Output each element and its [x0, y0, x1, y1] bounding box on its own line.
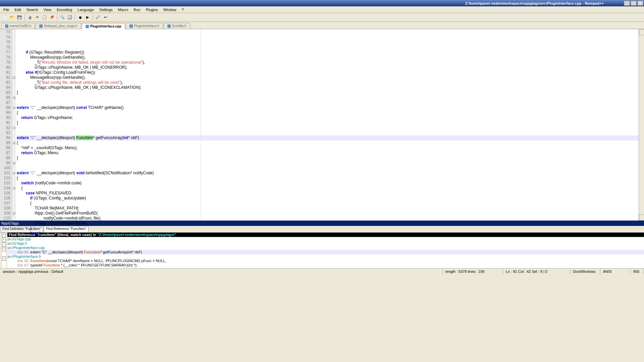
fold-toggle[interactable]: ⊟	[12, 161, 16, 166]
result-line[interactable]: line 72: extern "C" __declspec(dllexport…	[7, 267, 644, 268]
code-line[interactable]: }	[17, 156, 644, 161]
tree-toggle[interactable]: −	[2, 256, 6, 261]
result-file[interactable]: src/PluginInterface.cpp	[7, 246, 644, 250]
code-line[interactable]: case NPPN_FILESAVED:	[17, 191, 644, 196]
fold-toggle[interactable]: ⊟	[12, 186, 16, 191]
code-line[interactable]: if (GTags::ResultWin::Register())	[17, 50, 644, 55]
wrap-icon[interactable]: ↩	[102, 14, 109, 21]
maximize-button[interactable]: □	[631, 1, 637, 6]
menu-macro[interactable]: Macro	[115, 7, 131, 12]
code-line[interactable]: MessageBox(npp.GetHandle(),	[17, 55, 644, 60]
result-file[interactable]: src/GTags.cpp	[7, 237, 644, 241]
code-line[interactable]: else if(!GTags::Config.LoadFromFile())	[17, 70, 644, 75]
status-length: length : 5378 lines : 195	[443, 269, 503, 274]
menu-encoding[interactable]: Encoding	[54, 7, 75, 12]
cut-icon[interactable]: ✂	[34, 14, 41, 21]
menu-run[interactable]: Run	[131, 7, 143, 12]
fold-toggle[interactable]: ⊟	[12, 171, 16, 176]
paste-icon[interactable]: 📌	[49, 14, 55, 21]
open-file-icon[interactable]: 📂	[9, 14, 15, 21]
code-area[interactable]: if (GTags::ResultWin::Register()) Messag…	[16, 29, 644, 221]
code-line[interactable]: *nbF = _countof(GTags::Menu);	[17, 145, 644, 150]
code-line[interactable]: INpp::Get().GetFilePathFromBufID(	[17, 211, 644, 216]
code-line[interactable]: break;	[17, 231, 644, 236]
code-line[interactable]: MessageBox(npp.GetHandle(),	[17, 75, 644, 80]
status-session: session : nppgtags previous : Default	[0, 269, 443, 274]
menu-edit[interactable]: Edit	[12, 7, 24, 12]
close-button[interactable]: ✕	[637, 1, 643, 6]
code-line[interactable]: }	[17, 120, 644, 125]
code-line[interactable]: if (GTags::Config._autoUpdate)	[17, 196, 644, 201]
code-line[interactable]: }	[17, 226, 644, 231]
code-line[interactable]: }	[17, 90, 644, 95]
fold-toggle[interactable]: ⊟	[12, 211, 16, 216]
find-icon[interactable]: 🔍	[59, 14, 66, 21]
result-line[interactable]: line 67: typedef FuncItem * (__cdecl * P…	[7, 263, 644, 267]
tree-toggle[interactable]: −	[2, 247, 6, 251]
copy-icon[interactable]: 📋	[41, 14, 48, 21]
result-file[interactable]: src/GTags.h	[7, 241, 644, 246]
code-line[interactable]	[17, 125, 644, 130]
results-tree-gutter[interactable]: −−−−−	[0, 233, 7, 268]
result-line[interactable]: line 91: extern "C" __declspec(dllexport…	[7, 250, 644, 254]
code-line[interactable]: notifyCode->nmhdr.idFrom, file);	[17, 216, 644, 221]
file-tab[interactable]: Notepad_plus_msgs.h	[36, 23, 81, 29]
code-line[interactable]: switch (notifyCode->nmhdr.code)	[17, 181, 644, 186]
code-line[interactable]	[17, 95, 644, 100]
menu-settings[interactable]: Settings	[97, 7, 115, 12]
code-line[interactable]	[17, 130, 644, 135]
tree-toggle[interactable]: −	[2, 242, 6, 247]
file-tab[interactable]: menuCmdID.h	[1, 23, 35, 29]
code-line[interactable]: _T("Results Window init failed, plugin w…	[17, 60, 644, 65]
code-line[interactable]: TCHAR file[MAX_PATH];	[17, 206, 644, 211]
file-tab[interactable]: PluginInterface.cpp	[82, 23, 125, 29]
menu-window[interactable]: Window	[161, 7, 179, 12]
menu-file[interactable]: File	[1, 7, 12, 12]
fold-toggle[interactable]: ⊟	[12, 95, 16, 100]
code-line[interactable]: extern "C" __declspec(dllexport) void be…	[17, 171, 644, 176]
code-line[interactable]	[17, 100, 644, 105]
result-line[interactable]: line 50: FuncItem(const TCHAR* itemName …	[7, 259, 644, 263]
code-line[interactable]: {	[17, 110, 644, 115]
menu-?[interactable]: ?	[179, 7, 186, 12]
code-line[interactable]: return GTags::cPluginName;	[17, 115, 644, 120]
code-line[interactable]	[17, 166, 644, 171]
file-tab[interactable]: PluginInterface.h	[126, 23, 163, 29]
menu-plugins[interactable]: Plugins	[143, 7, 161, 12]
menu-view[interactable]: View	[41, 7, 54, 12]
fold-toggle[interactable]: ⊟	[12, 140, 16, 145]
code-line[interactable]	[17, 45, 644, 50]
result-file[interactable]: src/PluginInterface.h	[7, 254, 644, 259]
code-line[interactable]: {	[17, 201, 644, 206]
code-line[interactable]: GTags::cPluginName, MB_OK | MB_ICONEXCLA…	[17, 85, 644, 90]
fold-toggle[interactable]: ⊟	[12, 105, 16, 110]
editor[interactable]: 7374757677787980818283848586878889909192…	[0, 29, 644, 221]
minimize-button[interactable]: _	[624, 1, 630, 6]
file-tab[interactable]: Scintilla.h	[164, 23, 190, 29]
code-line[interactable]: GTags::cPluginName, MB_OK | MB_ICONERROR…	[17, 65, 644, 70]
code-line[interactable]: {	[17, 186, 644, 191]
code-line[interactable]	[17, 161, 644, 166]
print-icon[interactable]: 🖨	[26, 14, 33, 21]
zoom-icon[interactable]: 🔎	[95, 14, 101, 21]
menu-search[interactable]: Search	[24, 7, 41, 12]
code-line[interactable]: {	[17, 176, 644, 181]
code-line[interactable]: _T("Bad config file, default settings wi…	[17, 80, 644, 85]
play-icon[interactable]: ▶	[84, 14, 91, 21]
menu-language[interactable]: Language	[75, 7, 97, 12]
fold-gutter[interactable]: ⊟⊟⊟⊟⊟⊟⊟⊟⊟	[12, 29, 16, 221]
save-icon[interactable]: 💾	[16, 14, 23, 21]
fold-toggle[interactable]: ⊟	[12, 75, 16, 80]
replace-icon[interactable]: 🔄	[66, 14, 73, 21]
record-icon[interactable]: ⏺	[77, 14, 84, 21]
vertical-scrollbar[interactable]	[639, 29, 644, 221]
code-line[interactable]: {	[17, 140, 644, 145]
fold-toggle[interactable]: ⊟	[12, 125, 16, 130]
code-line[interactable]: return GTags::Menu;	[17, 150, 644, 156]
code-line[interactable]: GTags::UpdateSingleFile(file);	[17, 221, 644, 226]
new-file-icon[interactable]: 📄	[1, 14, 8, 21]
tree-toggle[interactable]: −	[2, 238, 6, 242]
code-line[interactable]: extern "C" __declspec(dllexport) FuncIte…	[17, 135, 644, 140]
results-panel[interactable]: −−−−− Find Reference "FuncItem" (literal…	[0, 233, 644, 268]
code-line[interactable]: extern "C" __declspec(dllexport) const T…	[17, 105, 644, 110]
